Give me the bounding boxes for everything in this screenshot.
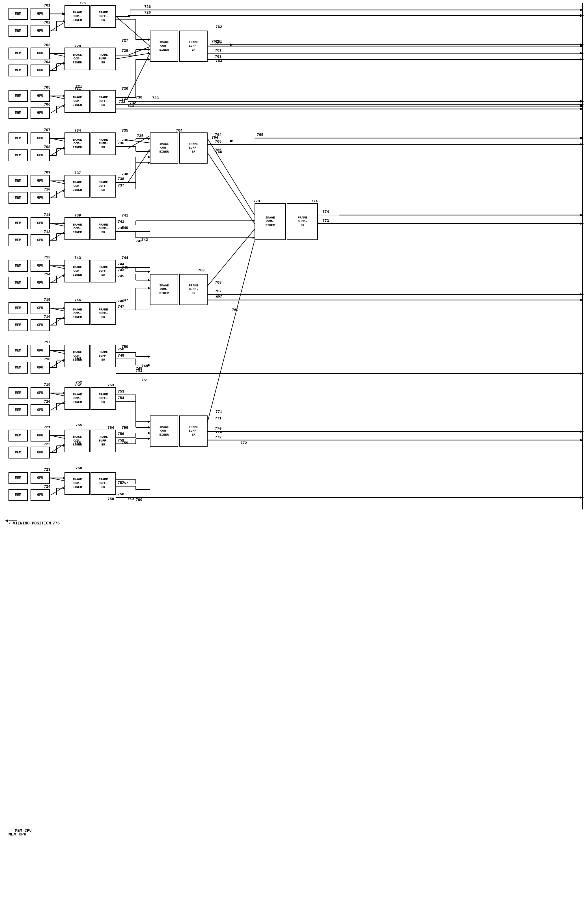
svg-text:765: 765 [257,133,264,137]
svg-marker-210 [148,270,150,273]
frame-buffer-l3-773: FRAMEBUFF-ER [287,203,318,240]
mem-706: MEM [8,107,28,119]
label-701: 701 [44,3,50,8]
mem-723: MEM [8,472,28,484]
svg-marker-162 [580,104,584,106]
label-752: 752 [74,383,81,388]
label-743: 743 [74,256,81,260]
label-761: 761 [215,40,222,44]
image-combiner-l1-703-704: IMAGECOM-BINER [65,48,90,70]
svg-text:764: 764 [215,133,222,137]
frame-buffer-l1-723-724: FRAMEBUFF-ER [90,472,116,495]
label-704: 704 [44,60,50,64]
label-716: 716 [44,315,50,319]
label-771-num: 771 [215,410,222,414]
label-727: 727 [122,39,128,43]
svg-marker-57 [580,137,584,140]
label-768-num: 768 [198,268,204,273]
frame-buffer-l1-715-716: FRAMEBUFF-ER [90,302,116,325]
image-combiner-l2-771: IMAGECOM-BINER [150,416,178,447]
frame-buffer-l1-709-710: FRAMEBUFF-ER [90,175,116,197]
label-764-num: 764 [176,129,183,133]
svg-line-47 [51,393,65,396]
svg-text:745: 745 [118,274,124,278]
image-combiner-l1-709-710: IMAGECOM-BINER [65,175,90,197]
label-714: 714 [44,272,50,276]
svg-text:751: 751 [136,368,142,373]
svg-marker-227 [580,293,584,295]
svg-marker-138 [580,9,584,11]
svg-text:733: 733 [127,104,134,108]
viewing-position-label: VIEWING POSITION [13,521,51,526]
label-709: 709 [44,171,50,175]
label-723: 723 [44,467,50,472]
svg-text:737: 737 [118,183,124,188]
mem-cpu-bottom: MEM CPU [8,832,26,837]
label-712: 712 [44,230,50,234]
frame-buffer-l1-703-704: FRAMEBUFF-ER [90,48,116,70]
svg-marker-285 [580,497,584,499]
svg-line-27 [51,189,65,198]
svg-text:767: 767 [215,289,221,293]
image-combiner-l1-713-714: IMAGECOM-BINER [65,260,90,282]
svg-text:761: 761 [215,48,222,53]
svg-text:772: 772 [215,435,222,439]
label-734: 734 [74,129,81,133]
gpu-705: GPU [31,90,50,102]
mem-702: MEM [8,25,28,37]
svg-line-23 [51,147,65,155]
svg-line-28 [128,149,150,183]
label-769: 769 [232,308,238,312]
label-744: 744 [122,256,128,260]
diagram-container: 726 762 732 764 [0,0,588,900]
mem-705: MEM [8,90,28,102]
svg-marker-2 [580,14,584,17]
svg-text:758: 758 [76,466,82,470]
label-753: 753 [107,383,114,388]
svg-text:774: 774 [322,210,329,214]
mem-718: MEM [8,362,28,374]
gpu-712: GPU [31,234,50,246]
image-combiner-l2-762: IMAGECOM-BINER [150,31,178,62]
svg-text:771: 771 [215,416,222,421]
label-741: 741 [122,213,128,218]
svg-text:760: 760 [136,498,142,502]
gpu-711: GPU [31,217,50,229]
gpu-718: GPU [31,362,50,374]
label-748: 748 [141,364,148,368]
label-746: 746 [74,298,81,303]
svg-line-52 [51,487,65,495]
svg-marker-244 [580,372,584,375]
svg-line-45 [51,351,65,354]
gpu-720: GPU [31,404,50,416]
gpu-719: GPU [31,387,50,399]
frame-buffer-l2-764: FRAMEBUFF-ER [179,132,207,164]
frame-buffer-l1-711-712: FRAMEBUFF-ER [90,217,116,240]
label-755: 755 [74,441,81,445]
svg-text:730: 730 [136,95,142,99]
svg-line-51 [51,478,65,481]
svg-marker-296 [5,519,8,522]
svg-text:764: 764 [212,135,218,140]
frame-buffer-l1-719-720: FRAMEBUFF-ER [90,387,116,410]
gpu-714: GPU [31,277,50,289]
image-combiner-l2-768: IMAGECOM-BINER [150,274,178,305]
frame-buffer-l1-701-702: FRAMEBUFF-ER [90,5,116,28]
label-749: 749 [74,356,81,360]
label-703: 703 [44,43,50,47]
frame-buffer-l1-707-708: FRAMEBUFF-ER [90,132,116,155]
mem-712: MEM [8,234,28,246]
svg-marker-31 [230,140,234,142]
svg-marker-19 [580,105,584,107]
gpu-701: GPU [31,8,50,20]
svg-marker-271 [580,430,584,433]
label-721: 721 [44,425,50,429]
label-762-num: 762 [215,25,222,29]
svg-line-26 [51,181,65,184]
svg-text:768: 768 [215,281,222,285]
label-715: 715 [44,298,50,302]
image-combiner-l1-707-708: IMAGECOM-BINER [65,132,90,155]
svg-line-224 [207,229,255,286]
svg-text:733: 733 [152,96,159,100]
svg-line-49 [51,436,65,438]
